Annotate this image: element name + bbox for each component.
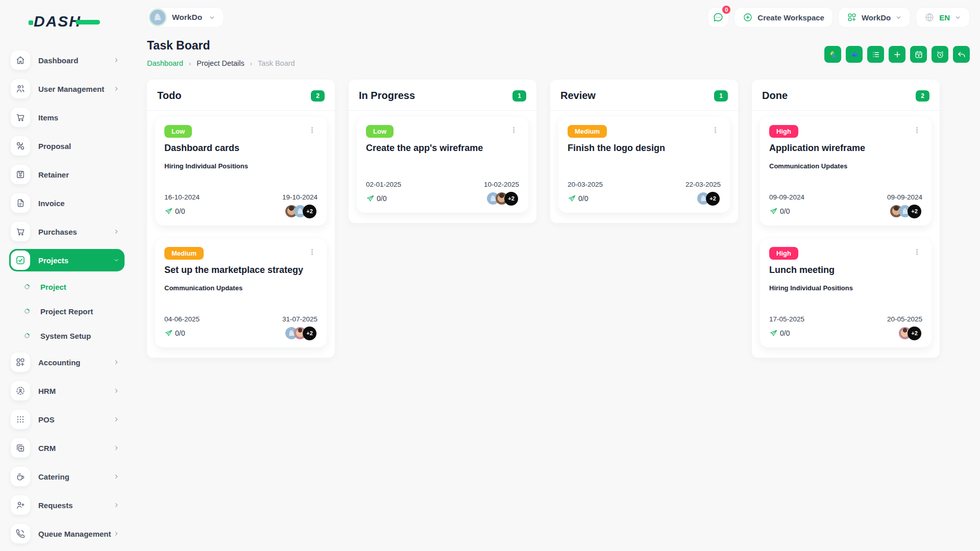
app-logo: DASH — [0, 8, 133, 35]
send-icon — [769, 329, 778, 338]
sidebar-item-dashboard[interactable]: Dashboard — [9, 49, 125, 71]
sidebar-item-items[interactable]: Items — [9, 106, 125, 129]
assignee-avatars: +2 — [491, 192, 519, 206]
task-menu-button[interactable] — [307, 125, 317, 136]
task-card[interactable]: MediumFinish the logo design20-03-202522… — [558, 117, 730, 213]
cart-icon — [11, 108, 30, 127]
sidebar-item-queue-management[interactable]: Queue Management — [9, 522, 125, 545]
task-menu-button[interactable] — [710, 125, 721, 136]
assignee-avatars: +2 — [902, 327, 922, 340]
sidebar-item-accounting[interactable]: Accounting — [9, 351, 125, 373]
more-assignees-badge[interactable]: +2 — [908, 327, 921, 340]
sidebar-item-proposal[interactable]: Proposal — [9, 135, 125, 157]
send-icon — [164, 207, 173, 216]
breadcrumb-dashboard[interactable]: Dashboard — [147, 59, 183, 67]
task-card[interactable]: LowDashboard cardsHiring Individual Posi… — [155, 117, 327, 226]
more-assignees-badge[interactable]: +2 — [706, 192, 720, 206]
back-icon — [957, 50, 966, 59]
task-card-top: Low — [164, 125, 317, 138]
create-workspace-button[interactable]: Create Workspace — [734, 7, 833, 28]
chevron-right-icon — [113, 86, 119, 92]
more-assignees-badge[interactable]: +2 — [908, 205, 921, 218]
priority-badge: Medium — [568, 125, 607, 138]
priority-badge: High — [769, 247, 798, 260]
task-start-date: 20-03-2025 — [568, 181, 603, 188]
toolbar-back-button[interactable] — [953, 46, 970, 63]
sidebar-subitem-project[interactable]: Project — [9, 278, 125, 296]
task-menu-button[interactable] — [912, 125, 922, 136]
logo-accent-dot — [29, 20, 33, 25]
task-card[interactable]: MediumSet up the marketplace strategyCom… — [155, 239, 327, 347]
task-card-top: Medium — [164, 247, 317, 260]
task-board: Todo2LowDashboard cardsHiring Individual… — [147, 80, 970, 358]
sidebar-item-invoice[interactable]: Invoice — [9, 192, 125, 214]
plus-circle-icon — [743, 12, 753, 22]
toolbar-task-list-button[interactable] — [867, 46, 884, 63]
chevron-down-icon — [209, 14, 215, 21]
sidebar-item-user-management[interactable]: User Management — [9, 78, 125, 100]
crm-icon — [11, 438, 30, 458]
chevron-down-icon — [895, 14, 902, 21]
toolbar-calendar-button[interactable] — [910, 46, 927, 63]
spacer — [366, 154, 519, 181]
grid-plus-icon — [11, 353, 30, 372]
main-area: WorkDo 0 Create Workspace WorkDo EN — [133, 0, 980, 551]
messages-count-badge: 0 — [721, 5, 731, 15]
more-assignees-badge[interactable]: +2 — [504, 192, 518, 206]
task-card[interactable]: HighApplication wireframeCommunication U… — [760, 117, 932, 226]
more-assignees-badge[interactable]: +2 — [303, 205, 316, 218]
task-footer: 0/0+2 — [568, 191, 721, 206]
task-end-date: 31-07-2025 — [282, 315, 317, 323]
phone-icon — [11, 524, 30, 543]
task-milestone: Hiring Individual Positions — [164, 162, 317, 170]
language-selector[interactable]: EN — [916, 7, 970, 28]
sidebar-item-label: CRM — [38, 444, 113, 453]
bullet-circle-icon — [23, 332, 31, 339]
task-menu-button[interactable] — [508, 125, 519, 136]
task-card[interactable]: LowCreate the app's wireframe02-01-20251… — [357, 117, 528, 213]
sidebar-subitem-system-setup[interactable]: System Setup — [9, 327, 125, 345]
toolbar-reminder-button[interactable] — [932, 46, 948, 63]
sidebar-item-purchases[interactable]: Purchases — [9, 220, 125, 243]
sidebar-subitem-project-report[interactable]: Project Report — [9, 302, 125, 320]
sidebar: DASH DashboardUser ManagementItemsPropos… — [0, 0, 133, 551]
workspace-switcher[interactable]: WorkDo — [147, 7, 224, 28]
board-column-done: Done2HighApplication wireframeCommunicat… — [752, 80, 940, 358]
column-body: HighApplication wireframeCommunication U… — [752, 111, 940, 358]
sidebar-item-retainer[interactable]: Retainer — [9, 163, 125, 186]
app-switcher-button[interactable]: WorkDo — [838, 7, 911, 28]
messages-button[interactable]: 0 — [707, 7, 729, 28]
board-column-review: Review1MediumFinish the logo design20-03… — [550, 80, 738, 223]
chevron-down-icon — [113, 257, 119, 263]
sidebar-item-crm[interactable]: CRM — [9, 437, 125, 459]
more-assignees-badge[interactable]: +2 — [303, 327, 316, 340]
column-header: Todo2 — [147, 80, 335, 110]
task-progress-value: 0/0 — [780, 329, 790, 337]
sidebar-item-projects[interactable]: Projects — [9, 249, 125, 271]
topbar: WorkDo 0 Create Workspace WorkDo EN — [133, 0, 980, 28]
sidebar-item-label: Catering — [38, 472, 113, 481]
toolbar-google-drive-button[interactable] — [824, 46, 841, 63]
calendar-icon — [914, 50, 923, 59]
kebab-icon — [913, 126, 921, 135]
toolbar-onedrive-button[interactable] — [846, 46, 863, 63]
sidebar-item-requests[interactable]: Requests — [9, 494, 125, 516]
task-card[interactable]: HighLunch meetingHiring Individual Posit… — [760, 239, 932, 347]
sidebar-item-label: Retainer — [38, 170, 119, 179]
task-footer: 0/0+2 — [366, 191, 519, 206]
coffee-icon — [11, 467, 30, 486]
task-menu-button[interactable] — [307, 247, 317, 258]
breadcrumb-project-details[interactable]: Project Details — [197, 59, 244, 67]
task-title: Set up the marketplace strategy — [164, 265, 317, 276]
sidebar-item-hrm[interactable]: HRM — [9, 380, 125, 402]
task-menu-button[interactable] — [912, 247, 922, 258]
toolbar-add-task-button[interactable] — [889, 46, 905, 63]
task-progress: 0/0 — [164, 329, 185, 338]
sidebar-item-label: Queue Management — [38, 530, 113, 538]
task-dates: 17-05-202520-05-2025 — [769, 315, 922, 323]
task-end-date: 22-03-2025 — [685, 181, 721, 188]
sidebar-item-catering[interactable]: Catering — [9, 465, 125, 488]
breadcrumb-separator: › — [189, 60, 191, 67]
sidebar-item-pos[interactable]: POS — [9, 408, 125, 431]
workspace-name: WorkDo — [172, 13, 202, 22]
